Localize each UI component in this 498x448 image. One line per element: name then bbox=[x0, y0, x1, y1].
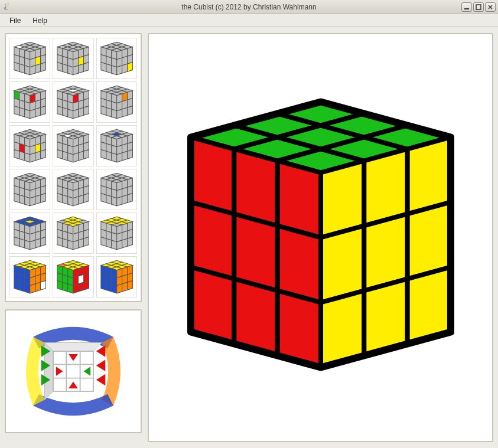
svg-marker-484 bbox=[122, 282, 127, 292]
svg-marker-472 bbox=[101, 281, 106, 290]
svg-marker-271 bbox=[41, 194, 46, 203]
step-thumbnail[interactable] bbox=[96, 38, 137, 79]
step-thumbnail[interactable] bbox=[96, 169, 137, 210]
svg-marker-55 bbox=[84, 63, 89, 72]
step-thumbnail[interactable] bbox=[9, 125, 50, 166]
svg-marker-151 bbox=[106, 107, 111, 117]
svg-marker-241 bbox=[122, 151, 127, 161]
window-controls bbox=[461, 2, 496, 12]
menubar: File Help bbox=[0, 14, 498, 27]
svg-marker-478 bbox=[111, 284, 116, 293]
step-thumbnail[interactable] bbox=[9, 169, 50, 210]
svg-marker-124 bbox=[63, 107, 68, 117]
svg-marker-364 bbox=[57, 237, 63, 247]
step-thumbnail[interactable] bbox=[9, 38, 50, 79]
svg-marker-133 bbox=[79, 107, 84, 117]
svg-marker-460 bbox=[84, 281, 89, 290]
svg-marker-376 bbox=[79, 238, 84, 248]
svg-marker-13 bbox=[14, 63, 19, 72]
svg-marker-235 bbox=[111, 153, 116, 162]
step-thumbnail[interactable] bbox=[53, 125, 93, 166]
svg-marker-22 bbox=[30, 66, 35, 75]
svg-marker-52 bbox=[79, 64, 84, 73]
svg-marker-424 bbox=[25, 284, 30, 293]
svg-marker-313 bbox=[106, 195, 111, 204]
step-thumbnail[interactable] bbox=[53, 256, 93, 297]
svg-marker-73 bbox=[111, 66, 116, 75]
svg-marker-208 bbox=[68, 153, 73, 162]
svg-marker-400 bbox=[116, 240, 122, 250]
java-app-icon bbox=[2, 2, 12, 12]
svg-rect-1 bbox=[476, 5, 481, 9]
step-thumbnail[interactable] bbox=[53, 169, 93, 210]
svg-marker-160 bbox=[122, 107, 127, 117]
thumbnail-grid bbox=[9, 38, 137, 297]
svg-marker-229 bbox=[101, 150, 106, 159]
step-thumbnail[interactable] bbox=[9, 256, 50, 297]
svg-marker-448 bbox=[63, 282, 68, 292]
svg-marker-427 bbox=[30, 284, 35, 293]
svg-marker-292 bbox=[73, 197, 79, 206]
svg-marker-373 bbox=[73, 240, 79, 250]
svg-marker-406 bbox=[127, 237, 132, 247]
svg-marker-445 bbox=[57, 281, 63, 290]
svg-marker-268 bbox=[35, 195, 41, 204]
svg-marker-499 bbox=[96, 360, 106, 371]
left-column bbox=[5, 33, 142, 442]
step-thumbnail[interactable] bbox=[96, 212, 137, 254]
svg-marker-82 bbox=[127, 63, 132, 72]
menu-file[interactable]: File bbox=[4, 15, 27, 27]
svg-marker-202 bbox=[57, 150, 63, 159]
svg-marker-94 bbox=[14, 106, 19, 116]
svg-marker-286 bbox=[63, 195, 68, 204]
svg-marker-67 bbox=[101, 63, 106, 72]
step-thumbnail[interactable] bbox=[96, 81, 137, 123]
svg-marker-379 bbox=[84, 237, 89, 247]
step-thumbnail[interactable] bbox=[9, 81, 50, 123]
main-cube-view[interactable] bbox=[148, 33, 493, 442]
step-thumbnail[interactable] bbox=[96, 256, 137, 297]
svg-marker-256 bbox=[14, 194, 19, 203]
svg-marker-370 bbox=[68, 240, 73, 250]
step-thumbnail[interactable] bbox=[53, 212, 93, 254]
svg-marker-451 bbox=[68, 284, 73, 293]
step-thumbnails-panel bbox=[5, 33, 142, 302]
rubiks-cube[interactable] bbox=[167, 46, 474, 429]
step-thumbnail[interactable] bbox=[53, 38, 93, 79]
svg-marker-265 bbox=[30, 197, 35, 206]
svg-marker-310 bbox=[101, 194, 106, 203]
orientation-panel[interactable] bbox=[5, 309, 142, 433]
svg-marker-244 bbox=[127, 150, 132, 159]
svg-marker-343 bbox=[25, 240, 30, 250]
svg-marker-154 bbox=[111, 109, 116, 119]
svg-marker-187 bbox=[35, 151, 41, 161]
svg-marker-25 bbox=[35, 64, 41, 73]
svg-marker-121 bbox=[57, 106, 63, 116]
svg-marker-214 bbox=[79, 151, 84, 161]
menu-help[interactable]: Help bbox=[27, 15, 53, 27]
svg-marker-430 bbox=[35, 282, 41, 292]
svg-marker-259 bbox=[19, 195, 25, 204]
svg-marker-481 bbox=[116, 284, 122, 293]
svg-marker-454 bbox=[73, 284, 79, 293]
maximize-button[interactable] bbox=[473, 2, 484, 12]
svg-marker-262 bbox=[25, 197, 30, 206]
svg-marker-418 bbox=[14, 281, 19, 290]
minimize-button[interactable] bbox=[461, 2, 472, 12]
svg-marker-340 bbox=[19, 238, 25, 248]
svg-marker-178 bbox=[19, 151, 25, 161]
svg-marker-127 bbox=[68, 109, 73, 119]
orientation-cube[interactable] bbox=[9, 314, 137, 429]
svg-marker-157 bbox=[116, 109, 122, 119]
svg-marker-136 bbox=[84, 106, 89, 116]
svg-marker-397 bbox=[111, 240, 116, 250]
svg-marker-205 bbox=[63, 151, 68, 161]
svg-marker-28 bbox=[41, 63, 46, 72]
step-thumbnail[interactable] bbox=[96, 125, 137, 166]
svg-marker-211 bbox=[73, 153, 79, 162]
titlebar: the Cubist (c) 2012 by Christian Wahlman… bbox=[0, 0, 498, 14]
close-button[interactable] bbox=[485, 2, 496, 12]
step-thumbnail[interactable] bbox=[9, 212, 50, 254]
step-thumbnail[interactable] bbox=[53, 81, 93, 123]
svg-marker-421 bbox=[19, 282, 25, 292]
